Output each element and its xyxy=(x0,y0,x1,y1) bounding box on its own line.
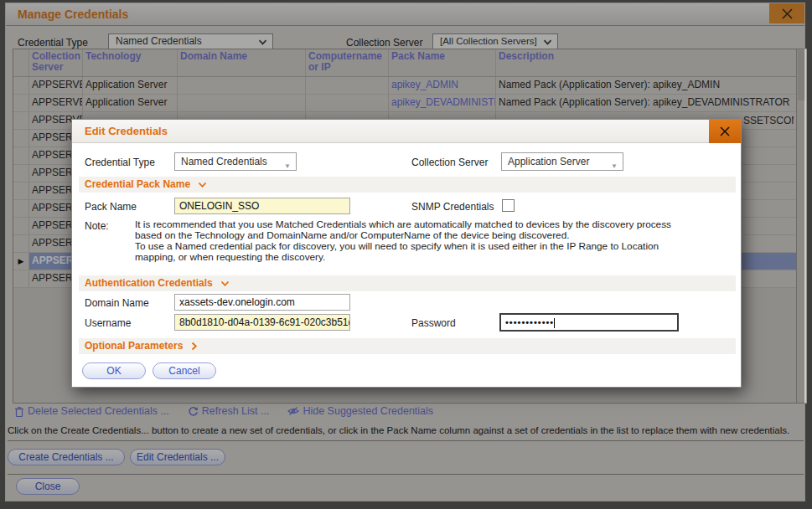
dropdown-arrow-icon: ▼ xyxy=(284,158,291,175)
note-label: Note: xyxy=(85,220,109,232)
ok-button[interactable]: OK xyxy=(82,362,146,379)
dialog-collection-server-dropdown[interactable]: Application Server ▼ xyxy=(501,152,623,171)
section-authentication-credentials[interactable]: Authentication Credentials xyxy=(79,275,736,291)
dialog-collection-server-label: Collection Server xyxy=(411,157,488,168)
cancel-button[interactable]: Cancel xyxy=(153,362,216,379)
section-optional-parameters[interactable]: Optional Parameters xyxy=(79,338,736,354)
dialog-credential-type-dropdown[interactable]: Named Credentials ▼ xyxy=(174,152,297,171)
username-label: Username xyxy=(85,317,131,329)
dialog-credential-type-label: Credential Type xyxy=(85,157,155,168)
domain-name-input[interactable]: xassets-dev.onelogin.com xyxy=(174,294,350,311)
password-label: Password xyxy=(411,317,456,329)
chevron-down-icon xyxy=(220,280,230,287)
screen: Manage Credentials Credential Type Named… xyxy=(0,0,812,509)
section-credential-pack-name[interactable]: Credential Pack Name xyxy=(79,177,736,193)
note-text: To use a Named credential pack for disco… xyxy=(135,240,730,252)
dropdown-arrow-icon: ▼ xyxy=(611,158,618,175)
dialog-close-button[interactable] xyxy=(709,120,741,143)
dialog-title: Edit Credentials xyxy=(85,120,168,142)
note-text: mapping, or when requesting the discover… xyxy=(135,251,730,263)
snmp-credentials-checkbox[interactable] xyxy=(502,199,515,212)
pack-name-label: Pack Name xyxy=(85,201,137,213)
chevron-down-icon xyxy=(198,182,207,188)
pack-name-input[interactable]: ONELOGIN_SSO xyxy=(174,198,350,214)
domain-name-label: Domain Name xyxy=(85,297,149,309)
snmp-credentials-label: SNMP Credentials xyxy=(411,201,494,213)
chevron-right-icon xyxy=(191,342,198,351)
note-text: based on the Technology and DomainName a… xyxy=(135,229,730,241)
close-icon xyxy=(720,126,730,136)
password-input[interactable]: •••••••••••• xyxy=(499,313,679,332)
edit-credentials-dialog: Edit Credentials Credential Type Named C… xyxy=(71,119,742,388)
dialog-titlebar: Edit Credentials xyxy=(72,120,741,143)
username-input[interactable]: 8b0d1810-d04a-0139-6c91-020c3b51d29t xyxy=(174,314,350,331)
note-text: It is recommended that you use Matched C… xyxy=(135,219,730,230)
text-caret xyxy=(554,318,555,328)
